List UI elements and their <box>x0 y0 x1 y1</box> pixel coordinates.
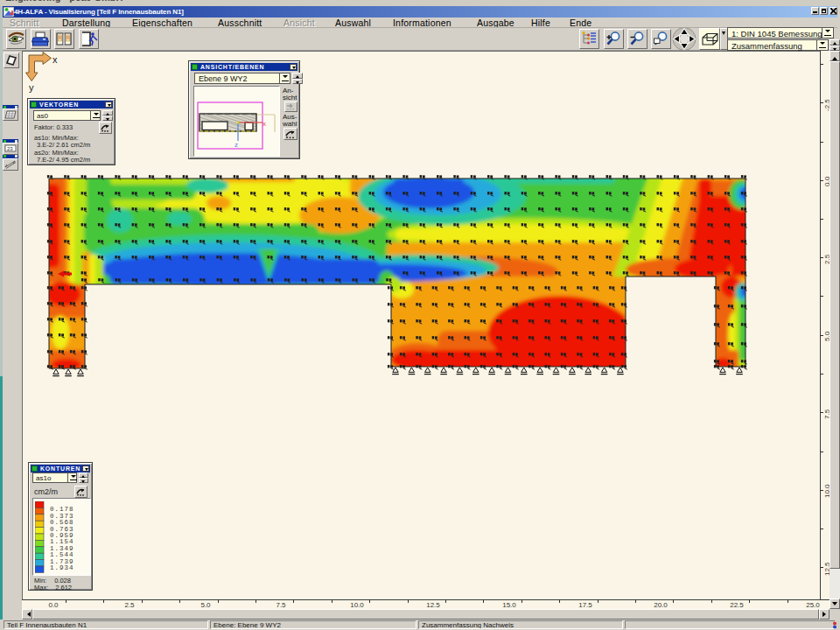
svg-text:x: x <box>52 54 58 65</box>
svg-text:23: 23 <box>7 146 13 151</box>
svg-text:x: x <box>262 120 266 128</box>
svg-text:y: y <box>29 82 34 93</box>
svg-text:z: z <box>234 141 238 149</box>
